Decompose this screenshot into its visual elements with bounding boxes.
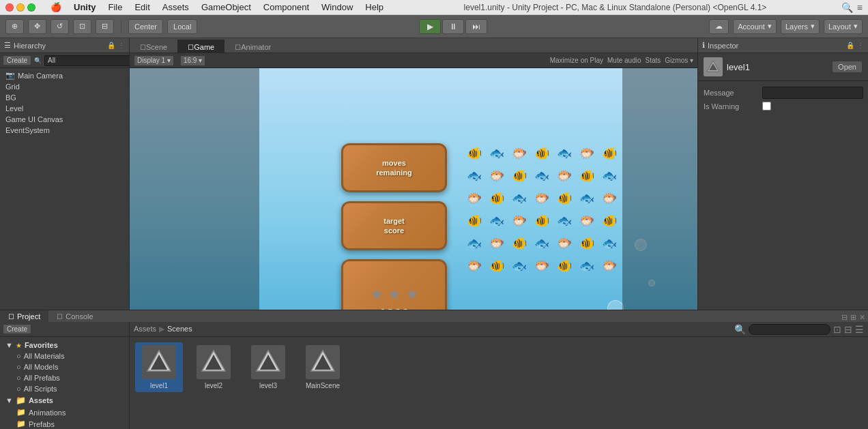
unity-menu[interactable]: Unity (68, 0, 102, 15)
account-dropdown[interactable]: Account ▾ (733, 19, 777, 34)
close-bottom-icon[interactable]: ✕ (859, 313, 865, 322)
hierarchy-create-button[interactable]: Create (3, 55, 31, 65)
asset-level1[interactable]: level1 (135, 342, 183, 392)
display-selector[interactable]: Display 1 ▾ (134, 55, 174, 66)
fish-cell: 🐠 (532, 211, 552, 231)
transform-tools[interactable]: ⊕ (5, 19, 24, 34)
tab-game[interactable]: ◻ Game (177, 40, 225, 53)
all-materials-item[interactable]: ○ All Materials (0, 351, 129, 361)
pause-button[interactable]: ⏸ (442, 19, 464, 34)
sort-icon[interactable]: ⊡ (833, 324, 841, 335)
all-prefabs-item[interactable]: ○ All Prefabs (0, 372, 129, 383)
hierarchy-item-main-camera[interactable]: 📷 Main Camera (0, 70, 129, 81)
apple-menu[interactable]: 🍎 (45, 0, 67, 15)
fish-cell: 🐡 (509, 143, 530, 164)
console-icon: ◻ (57, 312, 63, 321)
search-icon[interactable]: 🔍 (734, 324, 746, 335)
asset-level2[interactable]: level2 (190, 342, 237, 392)
fish-cell: 🐟 (487, 143, 507, 164)
fish-cell: 🐡 (532, 188, 552, 209)
breadcrumb-separator: ▶ (159, 325, 164, 334)
scene-icon: ◻ (140, 42, 146, 51)
hierarchy-search-input[interactable] (44, 55, 138, 66)
filter-icon[interactable]: ⊟ (844, 324, 852, 335)
maximize-bottom-icon[interactable]: ⊞ (850, 313, 856, 322)
inspector-title: Inspector (708, 42, 738, 50)
tab-project[interactable]: ◻ Project (0, 310, 48, 322)
all-models-item[interactable]: ○ All Models (0, 361, 129, 372)
maximize-button[interactable] (27, 3, 35, 12)
lock-icon[interactable]: 🔒 (107, 42, 115, 49)
minimize-button[interactable] (16, 3, 25, 12)
more-icon[interactable]: ⋮ (857, 42, 864, 49)
center-button[interactable]: Center (128, 19, 163, 34)
cloud-button[interactable]: ☁ (709, 19, 729, 34)
toolbar: ⊕ ✥ ↺ ⊡ ⊟ Center Local ▶ ⏸ ⏭ ☁ Account ▾… (0, 15, 868, 38)
hierarchy-item-grid[interactable]: Grid (0, 81, 129, 92)
fish-cell: 🐡 (532, 256, 552, 276)
layers-dropdown[interactable]: Layers ▾ (781, 19, 820, 34)
hierarchy-item-bg[interactable]: BG (0, 92, 129, 103)
assets-menu[interactable]: Assets (157, 0, 194, 15)
file-menu[interactable]: File (103, 0, 128, 15)
tab-scene[interactable]: ◻ Scene (130, 40, 177, 53)
stats-button[interactable]: Stats (646, 57, 661, 64)
prefabs-folder[interactable]: 📁 Prefabs (0, 418, 129, 429)
project-create-button[interactable]: Create (3, 324, 31, 334)
search-icon[interactable]: 🔍 (841, 2, 853, 13)
fish-cell: 🐡 (464, 188, 484, 209)
hierarchy-item-game-ui-canvas[interactable]: Game UI Canvas (0, 114, 129, 125)
help-menu[interactable]: Help (360, 0, 389, 15)
asset-icon-main-scene (306, 345, 340, 379)
inspector-object-name: level1 (727, 62, 750, 72)
asset-main-scene[interactable]: MainScene (299, 342, 347, 392)
aspect-selector[interactable]: 16:9 ▾ (180, 55, 205, 66)
menu-extra-icon[interactable]: ≡ (857, 2, 863, 13)
fish-cell: 🐠 (599, 143, 620, 164)
asset-icon-level2 (197, 345, 231, 379)
inspector-panel-icons: 🔒 ⋮ (846, 42, 864, 49)
tab-console[interactable]: ◻ Console (48, 310, 101, 322)
gameobject-menu[interactable]: GameObject (196, 0, 257, 15)
play-button[interactable]: ▶ (419, 19, 441, 34)
fish-cell: 🐟 (577, 256, 597, 276)
unity-logo-icon (704, 57, 723, 76)
gizmos-button[interactable]: Gizmos ▾ (665, 57, 693, 64)
scale-tool[interactable]: ⊡ (73, 19, 91, 34)
close-button[interactable] (5, 3, 14, 12)
window-menu[interactable]: Window (316, 0, 358, 15)
component-menu[interactable]: Component (258, 0, 315, 15)
view-icon[interactable]: ☰ (855, 324, 864, 335)
animations-folder[interactable]: 📁 Animations (0, 406, 129, 418)
layout-dropdown[interactable]: Layout ▾ (824, 19, 863, 34)
mute-audio-button[interactable]: Mute audio (607, 57, 641, 64)
all-scripts-item[interactable]: ○ All Scripts (0, 383, 129, 394)
star-3: ★ (405, 286, 419, 304)
step-button[interactable]: ⏭ (465, 19, 487, 34)
folder-icon: 📁 (16, 419, 26, 428)
hierarchy-item-eventsystem[interactable]: EventSystem (0, 125, 129, 136)
project-search-input[interactable] (749, 324, 830, 335)
local-button[interactable]: Local (167, 19, 197, 34)
maximize-on-play-button[interactable]: Maximize on Play (550, 57, 603, 64)
fish-cell: 🐠 (577, 166, 597, 186)
move-tool[interactable]: ✥ (28, 19, 46, 34)
open-button[interactable]: Open (832, 61, 863, 73)
is-warning-checkbox[interactable] (762, 102, 771, 110)
project-sidebar: Create ▼ ★ Favorites ○ All Materials ○ A… (0, 322, 130, 429)
edit-menu[interactable]: Edit (129, 0, 155, 15)
message-input[interactable] (762, 87, 863, 99)
center-toolbar: Display 1 ▾ 16:9 ▾ Maximize on Play Mute… (130, 53, 697, 68)
circle-icon: ○ (16, 374, 21, 382)
more-icon[interactable]: ⋮ (118, 42, 125, 49)
folder-icon: 📁 (16, 396, 26, 405)
collapse-bottom-icon[interactable]: ⊟ (841, 313, 848, 322)
rect-tool[interactable]: ⊟ (96, 19, 114, 34)
hierarchy-item-level[interactable]: Level (0, 103, 129, 114)
window-title: level1.unity - Unity Project - PC, Mac &… (390, 3, 840, 12)
inspector-panel: ℹ Inspector 🔒 ⋮ level1 Open Message (697, 38, 868, 310)
lock-icon[interactable]: 🔒 (846, 42, 854, 49)
rotate-tool[interactable]: ↺ (50, 19, 69, 34)
tab-animator[interactable]: ◻ Animator (225, 40, 281, 53)
asset-level3[interactable]: level3 (244, 342, 292, 392)
